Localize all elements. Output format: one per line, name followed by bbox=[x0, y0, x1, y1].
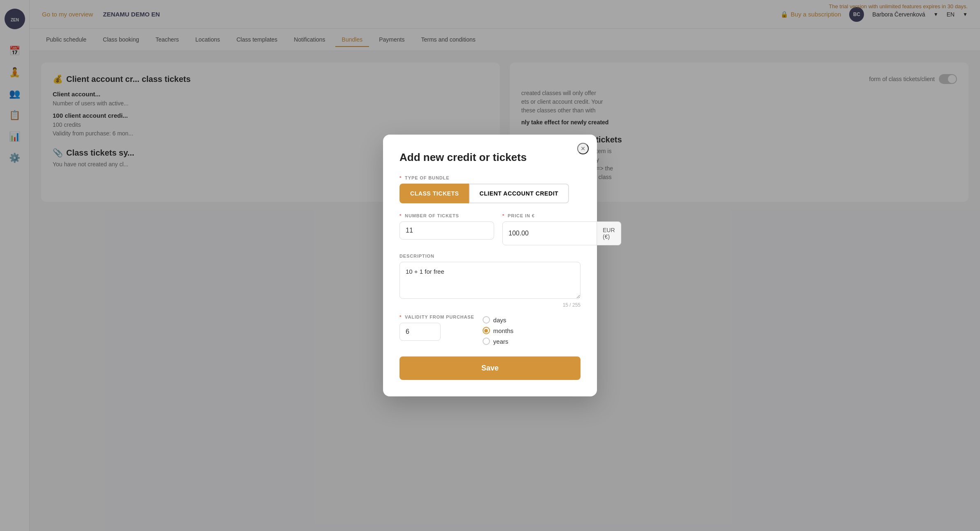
required-star-tickets: * bbox=[399, 213, 402, 218]
radio-years[interactable]: years bbox=[483, 338, 513, 345]
radio-circle-days[interactable] bbox=[483, 316, 490, 324]
char-count: 15 / 255 bbox=[399, 302, 581, 308]
validity-group: * VALIDITY FROM PURCHASE bbox=[399, 314, 474, 341]
modal-close-button[interactable]: × bbox=[577, 143, 589, 154]
bundle-type-row: CLASS TICKETS CLIENT ACCOUNT CREDIT bbox=[399, 184, 581, 203]
class-tickets-button[interactable]: CLASS TICKETS bbox=[399, 184, 469, 203]
modal-overlay: × Add new credit or tickets * TYPE OF BU… bbox=[0, 0, 980, 531]
tickets-price-row: * NUMBER OF TICKETS * PRICE IN € EUR (€) bbox=[399, 213, 581, 245]
validity-radio-group: days months years bbox=[483, 314, 513, 345]
currency-badge: EUR (€) bbox=[597, 221, 621, 245]
modal-title: Add new credit or tickets bbox=[399, 151, 581, 164]
client-account-credit-button[interactable]: CLIENT ACCOUNT CREDIT bbox=[469, 184, 569, 203]
save-button[interactable]: Save bbox=[399, 356, 581, 380]
number-of-tickets-group: * NUMBER OF TICKETS bbox=[399, 213, 494, 245]
tickets-label: * NUMBER OF TICKETS bbox=[399, 213, 494, 218]
radio-days-label: days bbox=[493, 317, 506, 324]
description-input[interactable]: 10 + 1 for free bbox=[399, 262, 581, 299]
radio-months[interactable]: months bbox=[483, 327, 513, 334]
type-of-bundle-label: * TYPE OF BUNDLE bbox=[399, 175, 581, 180]
modal: × Add new credit or tickets * TYPE OF BU… bbox=[383, 135, 597, 396]
radio-months-label: months bbox=[493, 327, 513, 334]
number-of-tickets-input[interactable] bbox=[399, 221, 494, 240]
price-label: * PRICE IN € bbox=[502, 213, 621, 218]
radio-days[interactable]: days bbox=[483, 316, 513, 324]
required-star-validity: * bbox=[399, 314, 402, 319]
price-input-row: EUR (€) bbox=[502, 221, 621, 245]
validity-label: * VALIDITY FROM PURCHASE bbox=[399, 314, 474, 319]
validity-input[interactable] bbox=[399, 323, 441, 341]
radio-circle-years[interactable] bbox=[483, 338, 490, 345]
required-star-price: * bbox=[502, 213, 504, 218]
validity-row: * VALIDITY FROM PURCHASE days months yea… bbox=[399, 314, 581, 345]
description-label: DESCRIPTION bbox=[399, 254, 581, 259]
price-group: * PRICE IN € EUR (€) bbox=[502, 213, 621, 245]
required-star-type: * bbox=[399, 175, 402, 180]
radio-circle-months[interactable] bbox=[483, 327, 490, 334]
radio-years-label: years bbox=[493, 338, 509, 345]
price-input[interactable] bbox=[502, 221, 597, 245]
